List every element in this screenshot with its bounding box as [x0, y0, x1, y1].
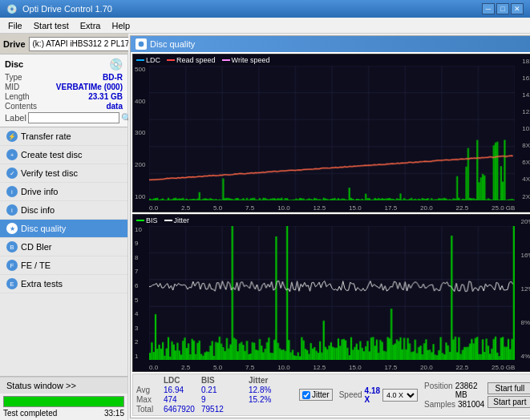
y-label-14x: 14X [522, 91, 530, 99]
nav-cd-bler-label: CD Bler [21, 242, 52, 252]
legend-bis: BIS [136, 216, 158, 224]
bis-header: BIS [201, 376, 237, 385]
start-full-button[interactable]: Start full [488, 382, 530, 394]
start-part-button[interactable]: Start part [488, 396, 530, 408]
position-val: 23862 MB [455, 382, 485, 399]
disc-panel: Disc 💿 Type BD-R MID VERBATIMe (000) Len… [0, 55, 127, 127]
disc-header: Disc 💿 [5, 58, 123, 71]
nav-disc-info[interactable]: i Disc info [0, 201, 127, 220]
max-bis: 9 [201, 395, 237, 404]
disc-type-label: Type [5, 73, 22, 82]
chart1-canvas [149, 66, 515, 200]
nav-fe-te[interactable]: F FE / TE [0, 256, 127, 275]
minimize-button[interactable]: ─ [482, 3, 495, 14]
stats-table: LDC BIS Jitter Avg 16.94 0.21 12.8% Max … [136, 376, 293, 414]
disc-length-label: Length [5, 92, 30, 101]
nav-fe-te-label: FE / TE [21, 260, 51, 270]
menubar: File Start test Extra Help [0, 18, 530, 34]
menu-file[interactable]: File [3, 20, 27, 31]
drive-section: Drive (k:) ATAPI iHBS312 2 PL17 ⏏ Speed … [0, 34, 127, 55]
close-button[interactable]: ✕ [511, 3, 524, 14]
disc-mid-label: MID [5, 83, 19, 91]
nav-disc-info-label: Disc info [21, 205, 55, 215]
samples-row: Samples 381004 [424, 400, 484, 409]
create-disc-icon: + [6, 149, 18, 160]
avg-label: Avg [136, 386, 162, 394]
speed-stat-combo[interactable]: 4.0 X [382, 389, 418, 402]
disc-label-input[interactable] [28, 112, 119, 123]
transfer-rate-icon: ⚡ [6, 131, 18, 142]
jitter-check-area: Jitter [299, 389, 333, 401]
y-label-2x: 2X [522, 193, 530, 200]
nav-create-test-disc-label: Create test disc [21, 150, 82, 160]
drive-label: Drive [3, 39, 26, 49]
titlebar-title: 💿 Opti Drive Control 1.70 [6, 4, 112, 14]
action-buttons: Start full Start part [488, 382, 530, 408]
chart1-legend: LDC Read speed Write speed [136, 56, 269, 64]
speed-row: Speed 4.18 X 4.0 X [339, 386, 418, 404]
disc-quality-panel: Disc quality LDC Read speed [130, 35, 530, 418]
disc-info-icon: i [6, 204, 18, 216]
nav-drive-info[interactable]: i Drive info [0, 183, 127, 201]
nav-disc-quality[interactable]: ★ Disc quality [0, 220, 127, 238]
legend-writespeed-label: Write speed [232, 56, 270, 64]
disc-quality-header: Disc quality [131, 36, 530, 52]
legend-writespeed-color [222, 59, 230, 61]
jitter-checkbox[interactable] [302, 391, 310, 399]
chart2-y-right: 20% 16% 12% 8% 4% [520, 218, 530, 361]
avg-jitter: 12.8% [249, 386, 293, 394]
charts-container: LDC Read speed Write speed 18X [131, 52, 530, 418]
max-label: Max [136, 395, 162, 404]
cd-bler-icon: B [6, 241, 18, 252]
samples-val: 381004 [458, 400, 484, 409]
nav-cd-bler[interactable]: B CD Bler [0, 238, 127, 256]
legend-bis-label: BIS [146, 216, 158, 224]
nav-verify-test-disc[interactable]: ✓ Verify test disc [0, 164, 127, 183]
legend-writespeed: Write speed [222, 56, 270, 64]
progress-area: Test completed 33:15 [0, 394, 127, 420]
position-label: Position [424, 382, 453, 399]
disc-type-row: Type BD-R [5, 73, 123, 82]
disc-quality-title: Disc quality [150, 39, 195, 49]
disc-label-label: Label [5, 113, 26, 123]
menu-extra[interactable]: Extra [75, 20, 106, 31]
extra-tests-icon: E [6, 278, 18, 289]
legend-ldc: LDC [136, 56, 160, 64]
jitter-header: Jitter [249, 376, 293, 385]
titlebar-controls: ─ □ ✕ [482, 3, 524, 14]
status-window-button[interactable]: Status window >> [0, 377, 127, 394]
disc-quality-header-icon [136, 38, 147, 50]
nav-extra-tests[interactable]: E Extra tests [0, 275, 127, 293]
samples-label: Samples [424, 400, 455, 409]
legend-readspeed-color [167, 59, 175, 61]
chart2-legend: BIS Jitter [136, 216, 189, 224]
max-jitter: 15.2% [249, 395, 293, 404]
disc-contents-row: Contents data [5, 102, 123, 111]
disc-label-row: Label 🔍 [5, 112, 123, 123]
chart1-x-labels: 0.0 2.5 5.0 7.5 10.0 12.5 15.0 17.5 20.0… [149, 204, 515, 212]
content-area: Disc quality LDC Read speed [128, 34, 530, 420]
speed-stat-label: Speed [339, 390, 362, 399]
menu-starttest[interactable]: Start test [29, 20, 74, 31]
disc-length-row: Length 23.31 GB [5, 92, 123, 101]
status-text-row: Test completed 33:15 [3, 409, 124, 418]
disc-mid-row: MID VERBATIMe (000) [5, 83, 123, 91]
chart1-area: LDC Read speed Write speed 18X [132, 54, 530, 212]
legend-jitter-color [164, 220, 172, 221]
nav-transfer-rate[interactable]: ⚡ Transfer rate [0, 127, 127, 146]
maximize-button[interactable]: □ [496, 3, 509, 14]
total-ldc: 6467920 [164, 405, 200, 414]
chart2-canvas [149, 226, 515, 361]
avg-ldc: 16.94 [164, 386, 200, 394]
disc-type-value: BD-R [103, 73, 123, 82]
y-label-10x: 10X [522, 125, 530, 132]
menu-help[interactable]: Help [107, 20, 135, 31]
svg-point-0 [138, 41, 144, 47]
disc-quality-icon: ★ [6, 223, 18, 234]
chart1-y-left: 500 400 300 200 100 [135, 66, 145, 200]
legend-readspeed-label: Read speed [176, 56, 216, 64]
status-time: 33:15 [104, 409, 124, 418]
drive-combo[interactable]: (k:) ATAPI iHBS312 2 PL17 [29, 37, 144, 51]
status-section: Status window >> Test completed 33:15 [0, 376, 127, 420]
nav-create-test-disc[interactable]: + Create test disc [0, 146, 127, 164]
